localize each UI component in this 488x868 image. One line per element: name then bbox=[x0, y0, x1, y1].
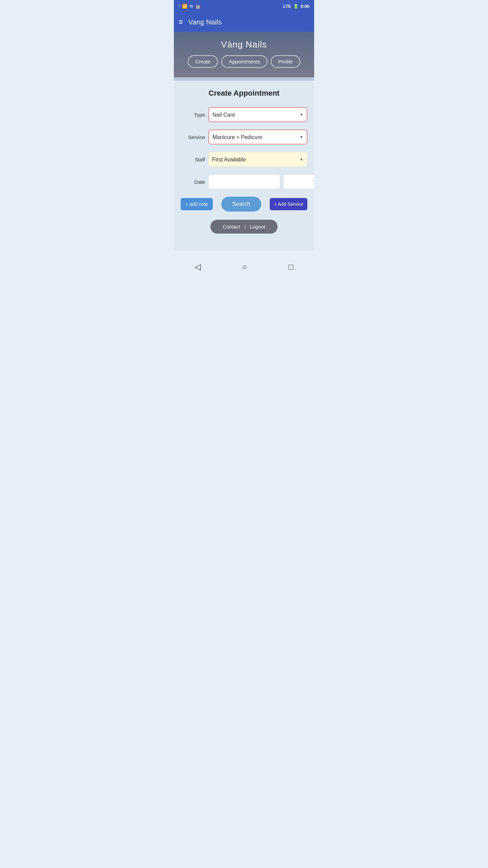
battery-icon: 🔋 bbox=[293, 4, 299, 9]
date-input[interactable] bbox=[208, 174, 280, 189]
profile-button[interactable]: Profile bbox=[271, 55, 300, 68]
back-icon[interactable]: ◁ bbox=[195, 262, 201, 272]
top-nav: ≡ Vang Nails bbox=[174, 12, 314, 32]
type-select-wrapper: Nail Care Hair Spa bbox=[208, 107, 307, 122]
nav-buttons: Create Appointments Profile bbox=[188, 55, 300, 68]
android-icon: 🤖 bbox=[195, 4, 201, 9]
type-label: Type bbox=[181, 112, 205, 118]
time-display: 8:06 bbox=[301, 4, 309, 9]
staff-label: Staff bbox=[181, 157, 205, 162]
search-button[interactable]: Search bbox=[221, 197, 261, 212]
create-button[interactable]: Create bbox=[188, 55, 218, 68]
service-label: Service bbox=[181, 134, 205, 140]
service-select[interactable]: Manicure + Pedicure Manicure Pedicure Ge… bbox=[208, 130, 307, 144]
status-bar: ! 📶 ✉ 🤖 LTE 🔋 8:06 bbox=[174, 0, 314, 12]
home-icon[interactable]: ○ bbox=[242, 262, 247, 272]
type-row: Type Nail Care Hair Spa bbox=[181, 107, 307, 122]
staff-row: Staff First Available Staff 1 Staff 2 bbox=[181, 152, 307, 167]
app-title: Vang Nails bbox=[188, 18, 222, 26]
salon-name: Vàng Nails bbox=[221, 39, 267, 50]
main-content: Create Appointment Type Nail Care Hair S… bbox=[174, 81, 314, 244]
date-label: Date bbox=[181, 179, 205, 185]
system-nav-bar: ◁ ○ □ bbox=[174, 257, 314, 276]
divider-strip bbox=[174, 77, 314, 81]
recents-icon[interactable]: □ bbox=[288, 262, 293, 272]
action-row: + add note Search + Add Service bbox=[181, 197, 307, 212]
time-input[interactable] bbox=[283, 174, 314, 189]
status-icons-right: LTE 🔋 8:06 bbox=[283, 4, 309, 9]
status-icons-left: ! 📶 ✉ 🤖 bbox=[179, 4, 201, 9]
service-select-wrapper: Manicure + Pedicure Manicure Pedicure Ge… bbox=[208, 130, 307, 144]
add-service-button[interactable]: + Add Service bbox=[270, 198, 307, 210]
bottom-spacer bbox=[174, 244, 314, 251]
date-time-inputs bbox=[208, 174, 314, 189]
logout-link[interactable]: Logout bbox=[250, 224, 265, 230]
contact-link[interactable]: Contact bbox=[223, 224, 240, 230]
menu-icon[interactable]: ≡ bbox=[179, 18, 183, 26]
appointments-button[interactable]: Appointments bbox=[221, 55, 267, 68]
signal-icon: 📶 bbox=[182, 4, 187, 9]
header-section: Vàng Nails Create Appointments Profile bbox=[174, 32, 314, 77]
footer: Contact | Logout bbox=[181, 220, 307, 234]
staff-select[interactable]: First Available Staff 1 Staff 2 bbox=[208, 152, 307, 167]
footer-links: Contact | Logout bbox=[210, 220, 278, 234]
date-row: Date bbox=[181, 174, 307, 189]
type-select[interactable]: Nail Care Hair Spa bbox=[208, 107, 307, 122]
notification-icon: ! bbox=[179, 4, 180, 9]
footer-divider: | bbox=[244, 224, 246, 230]
message-icon: ✉ bbox=[189, 4, 193, 9]
add-note-button[interactable]: + add note bbox=[181, 198, 213, 210]
staff-select-wrapper: First Available Staff 1 Staff 2 bbox=[208, 152, 307, 167]
service-row: Service Manicure + Pedicure Manicure Ped… bbox=[181, 130, 307, 144]
lte-label: LTE bbox=[283, 4, 291, 9]
form-title: Create Appointment bbox=[181, 89, 307, 98]
